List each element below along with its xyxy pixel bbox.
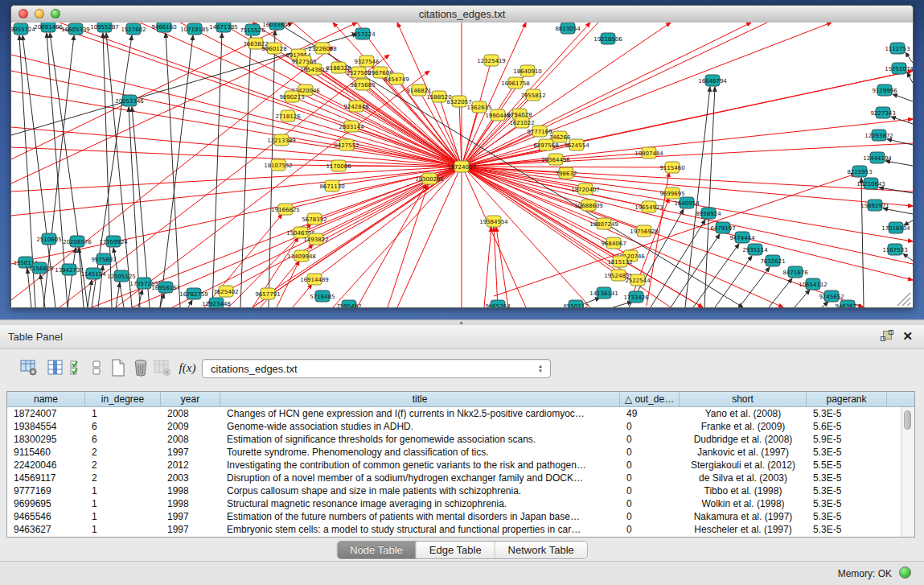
graph-node[interactable] xyxy=(355,79,370,90)
graph-node[interactable] xyxy=(137,278,151,289)
column-header-in_degree[interactable]: in_degree xyxy=(85,392,161,406)
graph-node[interactable] xyxy=(735,232,749,243)
graph-node[interactable] xyxy=(351,67,366,78)
graph-node[interactable] xyxy=(890,43,905,54)
graph-node[interactable] xyxy=(18,257,33,268)
graph-node[interactable] xyxy=(42,233,56,245)
graph-node[interactable] xyxy=(806,278,820,290)
graph-node[interactable] xyxy=(611,270,626,281)
tab-edge-table[interactable]: Edge Table xyxy=(417,542,495,558)
column-header-name[interactable]: name xyxy=(7,392,85,406)
select-column-button[interactable] xyxy=(45,356,66,379)
graph-hub-node[interactable] xyxy=(454,161,469,172)
graph-node[interactable] xyxy=(629,291,643,303)
graph-node[interactable] xyxy=(219,286,233,297)
graph-node[interactable] xyxy=(472,101,487,113)
graph-node[interactable] xyxy=(14,23,28,35)
column-header-year[interactable]: year xyxy=(161,392,220,406)
graph-node[interactable] xyxy=(315,290,330,302)
graph-node[interactable] xyxy=(872,130,886,141)
graph-node[interactable] xyxy=(157,23,171,32)
table-vertical-scrollbar[interactable] xyxy=(901,407,914,537)
tab-network-table[interactable]: Network Table xyxy=(495,542,587,558)
graph-node[interactable] xyxy=(307,274,322,285)
graph-node[interactable] xyxy=(281,110,295,122)
graph-node[interactable] xyxy=(515,117,529,128)
graph-node[interactable] xyxy=(766,255,780,266)
row-height-button[interactable] xyxy=(86,356,107,379)
graph-node[interactable] xyxy=(344,121,359,132)
graph-node[interactable] xyxy=(868,200,882,211)
graph-node[interactable] xyxy=(840,300,855,307)
graph-node[interactable] xyxy=(307,213,322,225)
graph-node[interactable] xyxy=(62,264,76,275)
graph-node[interactable] xyxy=(548,154,563,165)
graph-node[interactable] xyxy=(520,65,535,76)
network-window-titlebar[interactable]: citations_edges.txt xyxy=(11,6,913,23)
graph-node[interactable] xyxy=(86,268,101,279)
graph-node[interactable] xyxy=(606,237,621,249)
graph-node[interactable] xyxy=(315,43,330,54)
column-header-short[interactable]: short xyxy=(680,392,807,406)
graph-node[interactable] xyxy=(309,233,323,245)
column-checklist-button[interactable] xyxy=(67,356,88,379)
graph-node[interactable] xyxy=(601,33,615,44)
graph-node[interactable] xyxy=(665,187,680,199)
table-row[interactable]: 1872400712008Changes of HCN gene express… xyxy=(7,407,901,420)
close-panel-icon[interactable]: ✕ xyxy=(902,330,913,342)
table-source-dropdown[interactable]: citations_edges.txt ▲▼ xyxy=(202,359,551,378)
graph-node[interactable] xyxy=(122,95,137,106)
graph-node[interactable] xyxy=(97,253,111,265)
graph-node[interactable] xyxy=(41,23,55,32)
graph-node[interactable] xyxy=(484,55,499,66)
graph-node[interactable] xyxy=(824,290,839,302)
graph-node[interactable] xyxy=(597,218,611,229)
table-row[interactable]: 2242004622012Investigating the contribut… xyxy=(7,459,901,472)
graph-node[interactable] xyxy=(539,139,553,150)
table-row[interactable]: 1938455462009Genome-wide association stu… xyxy=(7,420,901,433)
graph-node[interactable] xyxy=(642,201,656,212)
graph-node[interactable] xyxy=(716,222,730,233)
graph-node[interactable] xyxy=(271,159,285,171)
graph-node[interactable] xyxy=(705,75,720,86)
float-panel-icon[interactable] xyxy=(881,330,893,342)
new-document-button[interactable] xyxy=(108,356,129,379)
graph-node[interactable] xyxy=(126,23,141,35)
graph-node[interactable] xyxy=(597,287,611,299)
network-window[interactable]: citations_edges.txt 18724007766382289601… xyxy=(10,5,914,308)
scrollbar-thumb[interactable] xyxy=(904,410,911,430)
resize-grip[interactable] xyxy=(897,293,910,306)
graph-node[interactable] xyxy=(187,288,201,299)
delete-table-button[interactable] xyxy=(152,356,173,379)
column-header-title[interactable]: title xyxy=(220,392,620,406)
graph-node[interactable] xyxy=(569,139,584,150)
graph-node[interactable] xyxy=(508,77,523,89)
trash-button[interactable] xyxy=(130,356,151,379)
graph-node[interactable] xyxy=(526,89,540,101)
graph-node[interactable] xyxy=(261,288,275,299)
graph-node[interactable] xyxy=(267,43,281,54)
graph-node[interactable] xyxy=(106,236,121,247)
graph-node[interactable] xyxy=(888,244,902,255)
graph-node[interactable] xyxy=(342,300,356,307)
graph-node[interactable] xyxy=(269,23,284,30)
graph-node[interactable] xyxy=(294,250,309,262)
graph-node[interactable] xyxy=(245,24,260,35)
graph-node[interactable] xyxy=(870,152,885,163)
network-view[interactable]: 1872400776638228960128891295423226058932… xyxy=(11,23,913,307)
graph-node[interactable] xyxy=(613,256,627,267)
graph-node[interactable] xyxy=(630,274,645,286)
tab-node-table[interactable]: Node Table xyxy=(337,542,417,558)
graph-node[interactable] xyxy=(892,63,906,74)
graph-node[interactable] xyxy=(285,91,299,102)
graph-node[interactable] xyxy=(389,73,404,84)
table-row[interactable]: 946554611997Estimation of the future num… xyxy=(7,510,901,523)
graph-node[interactable] xyxy=(642,147,656,159)
table-row[interactable]: 1830029562008Estimation of significance … xyxy=(7,433,901,446)
panel-splitter[interactable]: ▲ xyxy=(0,319,924,325)
graph-node[interactable] xyxy=(97,23,112,32)
graph-node[interactable] xyxy=(852,166,867,177)
graph-node[interactable] xyxy=(578,183,593,195)
graph-node[interactable] xyxy=(331,160,346,171)
graph-node[interactable] xyxy=(331,62,346,73)
